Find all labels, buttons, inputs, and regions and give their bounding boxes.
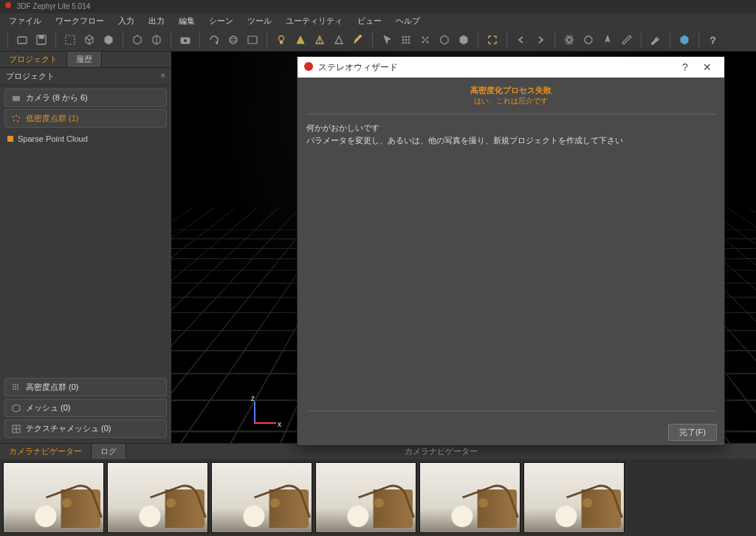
refresh-icon[interactable] (206, 32, 222, 48)
btab-log[interactable]: ログ (92, 444, 126, 459)
svg-point-8 (230, 38, 237, 41)
cube3-icon[interactable] (148, 32, 165, 48)
dots1-icon[interactable] (398, 32, 414, 48)
save-icon[interactable] (33, 32, 49, 48)
ruler-icon[interactable] (619, 32, 635, 48)
camera-navigator (0, 459, 756, 536)
cursor-icon[interactable] (379, 32, 395, 48)
dialog-title-bar[interactable]: ステレオウィザード ? ✕ (298, 57, 724, 78)
panel-close-icon[interactable]: × (161, 71, 165, 82)
orbit-icon[interactable] (225, 32, 241, 48)
menu-output[interactable]: 出力 (142, 13, 171, 28)
dialog-help-icon[interactable]: ? (674, 61, 696, 73)
dialog-title: ステレオウィザード (318, 61, 398, 74)
thumbnail[interactable] (419, 462, 520, 533)
open-icon[interactable] (14, 32, 30, 48)
triangle3-icon[interactable] (331, 32, 347, 48)
menu-help[interactable]: ヘルプ (390, 13, 426, 28)
btab-camnav[interactable]: カメラナビゲーター (0, 444, 92, 459)
menu-file[interactable]: ファイル (3, 13, 47, 28)
menu-bar: ファイル ワークフロー 入力 出力 編集 シーン ツール ユーティリティ ビュー… (0, 13, 756, 28)
svg-rect-31 (13, 96, 20, 101)
dialog-heading: 高密度化プロセス失敗 はい、これは厄介です (306, 85, 715, 106)
brush-icon[interactable] (350, 32, 366, 48)
camera-tree-icon (11, 93, 21, 103)
svg-point-33 (16, 115, 17, 117)
wrench-icon[interactable] (647, 32, 664, 48)
camera-icon[interactable] (177, 32, 193, 48)
thumbnail[interactable] (523, 462, 625, 533)
cube-solid-icon[interactable] (100, 32, 117, 48)
project-tree-top: カメラ (8 から 6) 低密度点群 (1) (0, 86, 171, 133)
mesh-tree-icon (11, 403, 21, 413)
tree-mesh-label: メッシュ (0) (26, 402, 71, 413)
menu-utility[interactable]: ユーティリティ (280, 13, 348, 28)
thumbnail[interactable] (3, 462, 104, 533)
tree-dense[interactable]: 高密度点群 (0) (4, 378, 167, 396)
svg-point-44 (15, 388, 16, 390)
tree-cameras-label: カメラ (8 から 6) (26, 92, 88, 103)
svg-point-25 (425, 39, 426, 41)
menu-workflow[interactable]: ワークフロー (49, 13, 110, 28)
menu-input[interactable]: 入力 (112, 13, 140, 28)
triangle1-icon[interactable] (292, 32, 309, 48)
thumbnail[interactable] (211, 462, 312, 533)
svg-point-45 (17, 388, 18, 390)
cube5-icon[interactable] (456, 32, 472, 48)
dialog-body2: パラメータを変更し、あるいは、他の写真を撮り、新規プロジェクトを作成して下さい (306, 134, 715, 147)
finish-button[interactable]: 完了(F) (668, 424, 717, 441)
menu-view[interactable]: ビュー (351, 13, 388, 28)
tree-mesh[interactable]: メッシュ (0) (4, 399, 167, 417)
axes-gizmo: z x (238, 396, 275, 433)
svg-point-38 (15, 384, 16, 385)
dialog-head1: 高密度化プロセス失敗 (306, 85, 715, 96)
cube-wire-icon[interactable] (81, 32, 97, 48)
cube2-icon[interactable] (129, 32, 145, 48)
svg-point-36 (17, 120, 18, 122)
sparse-status-row[interactable]: Sparse Point Cloud (0, 133, 171, 145)
tab-history[interactable]: 履歴 (67, 52, 102, 67)
app-title: 3DF Zephyr Lite 5.014 (17, 2, 91, 10)
dialog-head2: はい、これは厄介です (306, 96, 715, 106)
tab-project[interactable]: プロジェクト (0, 52, 67, 67)
dialog-close-icon[interactable]: ✕ (696, 61, 718, 73)
redo-icon[interactable] (532, 32, 549, 48)
tree-sparse[interactable]: 低密度点群 (1) (4, 109, 167, 128)
brackets-icon[interactable] (484, 32, 501, 48)
title-bar: 3DF Zephyr Lite 5.014 (0, 0, 756, 13)
image-icon[interactable] (244, 32, 261, 48)
dense-tree-icon (11, 382, 21, 393)
help-icon[interactable]: ? (705, 32, 721, 48)
select-icon[interactable] (62, 32, 78, 48)
svg-point-12 (402, 36, 404, 38)
triangle2-icon[interactable] (312, 32, 328, 48)
svg-point-19 (405, 42, 407, 44)
thumbnail[interactable] (315, 462, 416, 533)
toolbar: ? (0, 28, 756, 52)
dialog-body: 高密度化プロセス失敗 はい、これは厄介です 何かがおかしいです パラメータを変更… (298, 78, 724, 419)
undo-icon[interactable] (513, 32, 529, 48)
dialog-app-icon (303, 61, 314, 74)
svg-point-23 (422, 41, 424, 43)
dots2-icon[interactable] (417, 32, 433, 48)
thumbnail[interactable] (107, 462, 208, 533)
svg-point-7 (230, 36, 237, 44)
tree-cameras[interactable]: カメラ (8 から 6) (4, 89, 167, 107)
box-blue-icon[interactable] (676, 32, 693, 48)
atom-icon[interactable] (561, 32, 577, 48)
nav-icon[interactable] (599, 32, 616, 48)
cube4-icon[interactable] (436, 32, 453, 48)
svg-text:?: ? (710, 35, 715, 46)
side-tabs: プロジェクト 履歴 (0, 52, 171, 68)
circle-icon[interactable] (580, 32, 597, 48)
tree-sparse-label: 低密度点群 (1) (26, 113, 79, 124)
menu-tools[interactable]: ツール (241, 13, 278, 28)
svg-rect-1 (18, 37, 27, 44)
dialog-sep2 (306, 410, 715, 411)
btab-center-label: カメラナビゲーター (126, 444, 756, 459)
svg-point-29 (585, 36, 592, 44)
menu-edit[interactable]: 編集 (173, 13, 201, 28)
tree-texmesh[interactable]: テクスチャメッシュ (0) (4, 419, 167, 438)
bulb-icon[interactable] (273, 32, 289, 48)
menu-scene[interactable]: シーン (203, 13, 239, 28)
